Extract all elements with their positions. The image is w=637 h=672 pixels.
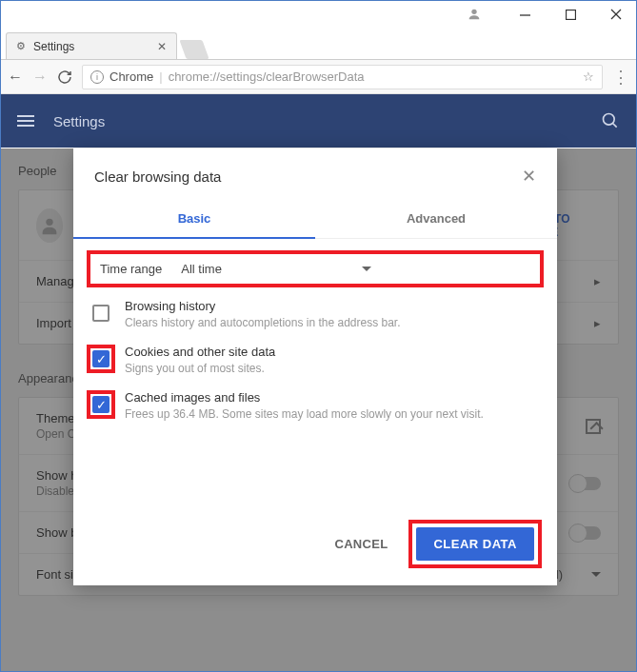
- close-dialog-button[interactable]: ✕: [522, 166, 536, 187]
- time-range-select[interactable]: All time: [181, 262, 371, 276]
- option-browsing-history[interactable]: Browsing history Clears history and auto…: [73, 287, 557, 333]
- chevron-down-icon: [362, 267, 371, 271]
- cancel-button[interactable]: CANCEL: [321, 527, 401, 561]
- dialog-title: Clear browsing data: [94, 168, 221, 185]
- option-cached[interactable]: ✓ Cached images and files Frees up 36.4 …: [73, 379, 557, 425]
- checkbox-cached[interactable]: ✓: [92, 396, 109, 413]
- clear-browsing-data-dialog: Clear browsing data ✕ Basic Advanced Tim…: [73, 148, 557, 585]
- clear-data-button[interactable]: CLEAR DATA: [416, 527, 534, 561]
- tab-advanced[interactable]: Advanced: [315, 200, 557, 239]
- tab-basic[interactable]: Basic: [73, 200, 315, 239]
- time-range-label: Time range: [100, 262, 162, 276]
- option-cookies[interactable]: ✓ Cookies and other site data Signs you …: [73, 333, 557, 379]
- checkbox-cookies[interactable]: ✓: [92, 350, 109, 367]
- checkbox-browsing-history[interactable]: [92, 305, 109, 322]
- time-range-row: Time range All time: [87, 250, 544, 287]
